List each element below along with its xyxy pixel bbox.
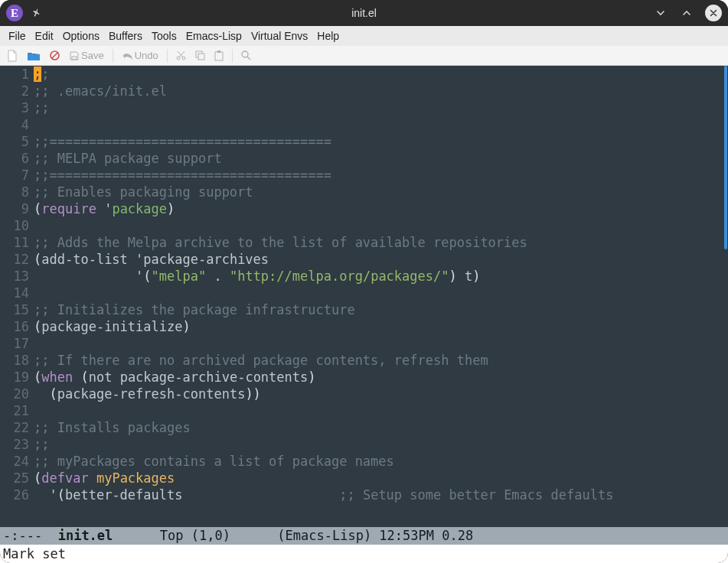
emacs-window: E init.el FileEditOptionsBuffersToolsEma…: [0, 0, 728, 563]
toolbar: Save Undo: [0, 46, 728, 66]
line-number: 5: [0, 133, 34, 150]
menu-tools[interactable]: Tools: [148, 28, 181, 44]
toolbar-separator: [167, 49, 168, 63]
line-number: 6: [0, 150, 34, 167]
menubar: FileEditOptionsBuffersToolsEmacs-LispVir…: [0, 26, 728, 46]
code-line[interactable]: 16(package-initialize): [0, 318, 728, 335]
code-line[interactable]: 13 '("melpa" . "http://melpa.org/package…: [0, 268, 728, 285]
editor-area[interactable]: 1;;2;; .emacs/init.el3;;4 5;;===========…: [0, 66, 728, 527]
line-number: 3: [0, 99, 34, 116]
svg-point-8: [242, 51, 248, 57]
line-number: 24: [0, 453, 34, 470]
code-line[interactable]: 23;;: [0, 436, 728, 453]
code-editor[interactable]: 1;;2;; .emacs/init.el3;;4 5;;===========…: [0, 66, 728, 527]
line-number: 23: [0, 436, 34, 453]
ml-mode: (Emacs-Lisp): [277, 528, 371, 543]
cut-button[interactable]: [174, 50, 188, 61]
line-number: 12: [0, 251, 34, 268]
line-number: 20: [0, 386, 34, 402]
titlebar: E init.el: [0, 0, 728, 26]
line-number: 18: [0, 352, 34, 369]
code-line[interactable]: 22;; Installs packages: [0, 419, 728, 436]
line-number: 7: [0, 167, 34, 184]
close-icon[interactable]: [705, 5, 722, 21]
line-number: 10: [0, 217, 34, 234]
menu-emacs-lisp[interactable]: Emacs-Lisp: [182, 28, 246, 44]
cancel-button[interactable]: [47, 50, 62, 61]
code-line[interactable]: 3;;: [0, 99, 728, 116]
menu-help[interactable]: Help: [313, 28, 343, 44]
line-number: 14: [0, 285, 34, 301]
pin-icon[interactable]: [29, 5, 44, 21]
line-number: 9: [0, 200, 34, 217]
line-number: 15: [0, 301, 34, 318]
code-line[interactable]: 26 '(better-defaults ;; Setup some bette…: [0, 487, 728, 503]
ml-time: 12:53PM 0.28: [371, 528, 473, 543]
svg-rect-1: [72, 57, 77, 60]
toolbar-separator: [113, 49, 113, 63]
code-line[interactable]: 14: [0, 285, 728, 301]
minimize-icon[interactable]: [653, 5, 668, 21]
code-line[interactable]: 4: [0, 116, 728, 133]
mode-line: -:--- init.el Top (1,0) (Emacs-Lisp) 12:…: [0, 527, 728, 545]
search-button[interactable]: [239, 50, 253, 61]
code-line[interactable]: 10: [0, 217, 728, 234]
code-line[interactable]: 8;; Enables packaging support: [0, 184, 728, 200]
toolbar-separator: [232, 49, 233, 63]
line-number: 25: [0, 470, 34, 487]
save-label: Save: [81, 50, 104, 61]
svg-rect-5: [198, 54, 204, 60]
code-line[interactable]: 20 (package-refresh-contents)): [0, 386, 728, 402]
new-file-button[interactable]: [5, 49, 20, 63]
ml-filename: init.el: [58, 528, 113, 543]
undo-button[interactable]: Undo: [119, 49, 161, 62]
code-line[interactable]: 17: [0, 335, 728, 352]
code-line[interactable]: 2;; .emacs/init.el: [0, 83, 728, 99]
emacs-logo-icon: E: [6, 5, 23, 21]
line-number: 1: [0, 66, 34, 83]
code-line[interactable]: 15;; Initializes the package infrastruct…: [0, 301, 728, 318]
line-number: 8: [0, 184, 34, 200]
line-number: 11: [0, 234, 34, 251]
menu-file[interactable]: File: [5, 28, 30, 44]
menu-virtual-envs[interactable]: Virtual Envs: [247, 28, 312, 44]
menu-options[interactable]: Options: [59, 28, 103, 44]
line-number: 4: [0, 116, 34, 133]
line-number: 22: [0, 419, 34, 436]
code-line[interactable]: 1;;: [0, 66, 728, 83]
line-number: 26: [0, 487, 34, 503]
code-line[interactable]: 12(add-to-list 'package-archives: [0, 251, 728, 268]
open-folder-button[interactable]: [24, 50, 43, 62]
code-line[interactable]: 5;;====================================: [0, 133, 728, 150]
svg-rect-7: [217, 50, 220, 53]
line-number: 19: [0, 369, 34, 386]
code-line[interactable]: 24;; myPackages contains a list of packa…: [0, 453, 728, 470]
code-line[interactable]: 9(require 'package): [0, 200, 728, 217]
code-line[interactable]: 18;; If there are no archived package co…: [0, 352, 728, 369]
maximize-icon[interactable]: [679, 5, 694, 21]
line-number: 13: [0, 268, 34, 285]
menu-edit[interactable]: Edit: [31, 28, 57, 44]
scrollbar-thumb[interactable]: [724, 66, 727, 249]
paste-button[interactable]: [212, 50, 226, 62]
svg-rect-6: [215, 52, 223, 60]
line-number: 17: [0, 335, 34, 352]
code-line[interactable]: 11;; Adds the Melpa archive to the list …: [0, 234, 728, 251]
save-button[interactable]: Save: [67, 49, 106, 62]
code-line[interactable]: 21: [0, 402, 728, 419]
minibuffer[interactable]: Mark set: [0, 545, 728, 563]
code-line[interactable]: 19(when (not package-archive-contents): [0, 369, 728, 386]
code-line[interactable]: 7;;====================================: [0, 167, 728, 184]
copy-button[interactable]: [193, 50, 207, 61]
line-number: 2: [0, 83, 34, 99]
menu-buffers[interactable]: Buffers: [105, 28, 146, 44]
line-number: 21: [0, 402, 34, 419]
ml-flags: -:---: [3, 528, 50, 543]
code-line[interactable]: 25(defvar myPackages: [0, 470, 728, 487]
code-line[interactable]: 6;; MELPA package support: [0, 150, 728, 167]
undo-label: Undo: [135, 50, 158, 61]
window-title: init.el: [98, 7, 630, 19]
ml-position: Top (1,0): [160, 528, 230, 543]
line-number: 16: [0, 318, 34, 335]
